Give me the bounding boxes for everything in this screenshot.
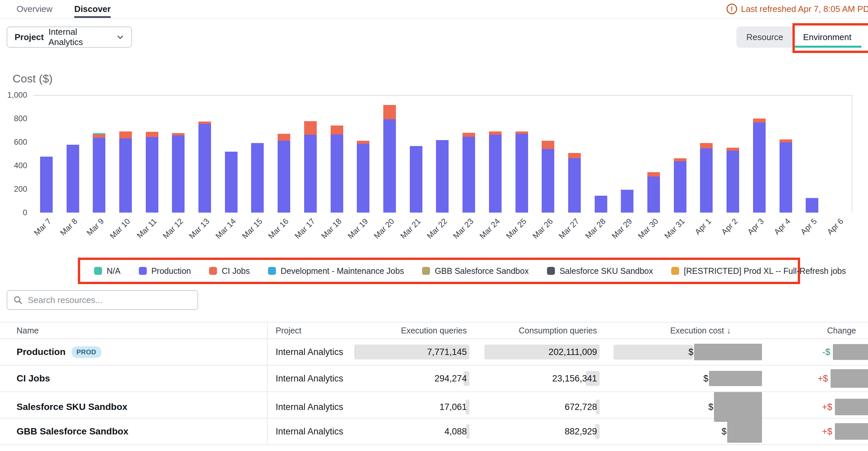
search-box[interactable] — [7, 290, 198, 310]
bar-segment-ci-jobs[interactable] — [463, 133, 475, 137]
bar-group[interactable]: Apr 5 — [799, 96, 825, 213]
bar-group[interactable]: Mar 20 — [376, 96, 403, 213]
bar-segment-production[interactable] — [251, 143, 264, 213]
bar-segment-ci-jobs[interactable] — [383, 105, 396, 119]
bar-segment-ci-jobs[interactable] — [331, 126, 343, 134]
project-filter-dropdown[interactable]: Project Internal Analytics — [7, 27, 132, 48]
legend-item[interactable]: Production — [139, 266, 191, 276]
bar-segment-ci-jobs[interactable] — [516, 131, 528, 134]
bar-segment-production[interactable] — [542, 149, 554, 213]
bar-segment-ci-jobs[interactable] — [489, 131, 502, 135]
bar-group[interactable]: Mar 28 — [588, 96, 614, 213]
bar-segment-production[interactable] — [225, 152, 238, 213]
legend-item[interactable]: CI Jobs — [209, 266, 250, 276]
bar-segment-production[interactable] — [516, 134, 528, 213]
bar-segment-production[interactable] — [489, 135, 502, 213]
bar-segment-production[interactable] — [278, 141, 290, 213]
bar-group[interactable]: Mar 16 — [271, 96, 297, 213]
bar-segment-production[interactable] — [726, 151, 739, 213]
bar-group[interactable]: Mar 27 — [561, 96, 588, 213]
bar-segment-production[interactable] — [674, 161, 686, 213]
bar-group[interactable]: Mar 25 — [508, 96, 535, 213]
bar-segment-ci-jobs[interactable] — [542, 141, 554, 149]
bar-segment-production[interactable] — [806, 198, 818, 213]
table-row[interactable]: CI JobsInternal Analytics294,27423,156,3… — [0, 365, 868, 392]
bar-segment-production[interactable] — [753, 123, 766, 213]
bar-segment-production[interactable] — [647, 176, 660, 213]
bar-group[interactable]: Mar 24 — [482, 96, 508, 213]
legend-item[interactable]: [RESTRICTED] Prod XL -- Full-Refresh job… — [671, 266, 846, 276]
search-input[interactable] — [28, 295, 191, 305]
bar-segment-production[interactable] — [595, 196, 607, 213]
sort-descending-icon[interactable]: ↓ — [727, 326, 731, 335]
bar-segment-production[interactable] — [357, 144, 369, 213]
bar-group[interactable]: Apr 3 — [746, 96, 773, 213]
bar-segment-production[interactable] — [93, 138, 105, 213]
bar-segment-production[interactable] — [568, 158, 581, 213]
bar-segment-production[interactable] — [331, 134, 343, 213]
bar-segment-production[interactable] — [700, 148, 713, 213]
bar-group[interactable]: Mar 11 — [139, 96, 165, 213]
bar-segment-production[interactable] — [779, 142, 792, 213]
legend-item[interactable]: N/A — [94, 266, 121, 276]
bar-segment-ci-jobs[interactable] — [172, 133, 185, 135]
bar-segment-production[interactable] — [146, 137, 158, 213]
bar-segment-production[interactable] — [40, 157, 53, 213]
bar-group[interactable]: Mar 8 — [60, 96, 86, 213]
bar-segment-ci-jobs[interactable] — [146, 132, 158, 137]
bar-group[interactable]: Apr 6 — [825, 96, 852, 213]
group-by-resource-button[interactable]: Resource — [737, 27, 793, 48]
bar-segment-ci-jobs[interactable] — [647, 172, 660, 176]
column-header-consumption-queries[interactable]: Consumption queries — [469, 326, 600, 335]
bar-group[interactable]: Mar 21 — [403, 96, 429, 213]
bar-segment-production[interactable] — [304, 135, 317, 213]
table-row[interactable]: Salesforce SKU SandboxInternal Analytics… — [0, 392, 868, 419]
bar-group[interactable]: Apr 2 — [720, 96, 746, 213]
legend-item[interactable]: Development - Maintenance Jobs — [268, 266, 404, 276]
bar-segment-production[interactable] — [410, 146, 423, 213]
bar-group[interactable]: Mar 30 — [641, 96, 667, 213]
bar-segment-ci-jobs[interactable] — [304, 121, 317, 135]
bar-segment-ci-jobs[interactable] — [278, 134, 290, 141]
group-by-environment-button[interactable]: Environment — [793, 27, 861, 48]
resource-name[interactable]: GBB Salesforce Sandbox — [17, 426, 128, 437]
bar-segment-ci-jobs[interactable] — [93, 134, 105, 138]
column-header-project[interactable]: Project — [267, 323, 366, 339]
column-header-execution-queries[interactable]: Execution queries — [366, 326, 469, 335]
bar-segment-ci-jobs[interactable] — [779, 139, 792, 142]
bar-group[interactable]: Apr 4 — [773, 96, 799, 213]
bar-segment-production[interactable] — [172, 135, 185, 213]
bar-group[interactable]: Mar 31 — [667, 96, 693, 213]
bar-group[interactable]: Mar 23 — [456, 96, 482, 213]
bar-segment-ci-jobs[interactable] — [726, 148, 739, 151]
bar-segment-ci-jobs[interactable] — [568, 153, 581, 158]
tab-discover[interactable]: Discover — [74, 0, 111, 18]
bar-group[interactable]: Mar 26 — [535, 96, 561, 213]
tab-overview[interactable]: Overview — [17, 0, 52, 18]
bar-segment-ci-jobs[interactable] — [753, 119, 766, 123]
bar-segment-ci-jobs[interactable] — [357, 141, 369, 143]
resource-name[interactable]: Salesforce SKU Sandbox — [17, 402, 128, 412]
bar-segment-ci-jobs[interactable] — [119, 131, 132, 138]
bar-segment-production[interactable] — [436, 140, 448, 213]
table-row[interactable]: GBB Salesforce SandboxInternal Analytics… — [0, 419, 868, 445]
legend-item[interactable]: Salesforce SKU Sandbox — [547, 266, 653, 276]
bar-group[interactable]: Apr 1 — [693, 96, 720, 213]
bar-group[interactable]: Mar 9 — [86, 96, 112, 213]
bar-group[interactable]: Mar 10 — [112, 96, 139, 213]
bar-group[interactable]: Mar 13 — [191, 96, 218, 213]
bar-group[interactable]: Mar 29 — [614, 96, 641, 213]
bar-segment-production[interactable] — [621, 190, 633, 213]
bar-segment-production[interactable] — [67, 145, 79, 213]
bar-group[interactable]: Mar 19 — [350, 96, 376, 213]
column-header-change[interactable]: Change — [762, 326, 868, 335]
column-header-name[interactable]: Name — [0, 326, 267, 335]
table-row[interactable]: ProductionPRODInternal Analytics7,771,14… — [0, 339, 868, 365]
bar-segment-production[interactable] — [463, 137, 475, 213]
bar-group[interactable]: Mar 17 — [297, 96, 324, 213]
column-header-execution-cost[interactable]: Execution cost ↓ — [600, 326, 762, 335]
resource-name[interactable]: CI Jobs — [17, 373, 50, 384]
bar-group[interactable]: Mar 7 — [33, 96, 60, 213]
bar-group[interactable]: Mar 22 — [429, 96, 456, 213]
bar-group[interactable]: Mar 18 — [324, 96, 350, 213]
